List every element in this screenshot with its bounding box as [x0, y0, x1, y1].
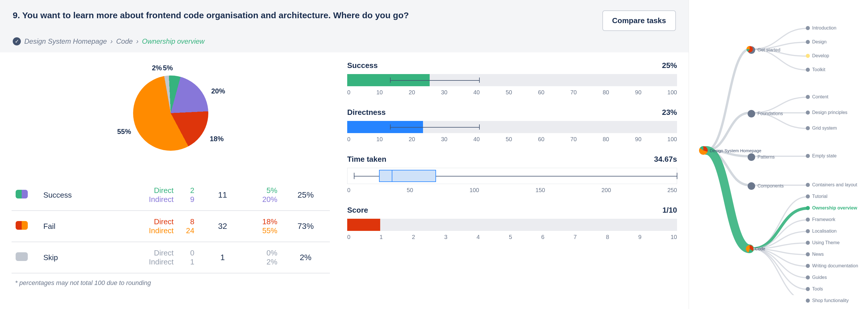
question-title: 9. You want to learn more about frontend…: [13, 10, 409, 20]
legend-swatch: [16, 190, 28, 198]
score-metric: Score1/10 012345678910: [347, 206, 677, 241]
node-label: Writing documentation: [812, 263, 858, 269]
node-label: News: [812, 252, 824, 257]
legend-swatch: [16, 252, 28, 261]
tree-node[interactable]: Patterns: [748, 153, 775, 161]
legend-label: Fail: [39, 211, 116, 242]
breadcrumb-item-active[interactable]: Ownership overview: [142, 37, 205, 45]
tree-root-pie-icon[interactable]: [699, 146, 708, 155]
tree-node[interactable]: Framework: [806, 217, 835, 222]
node-label: Empty state: [812, 153, 836, 159]
node-label: Tools: [812, 286, 823, 291]
node-label: Using Theme: [812, 240, 840, 245]
tree-node[interactable]: Design principles: [806, 110, 847, 115]
chevron-right-icon: ›: [136, 37, 138, 45]
node-dot-icon: [806, 26, 810, 30]
metric-title: Directness: [347, 108, 386, 117]
node-dot-icon: [806, 68, 810, 72]
node-dot-icon: [806, 111, 810, 115]
node-dot-icon: [806, 241, 810, 245]
node-label: Content: [812, 94, 828, 99]
node-label: Ownership overview: [812, 206, 857, 211]
tree-root-label: Design System Homepage: [710, 148, 761, 153]
node-dot-icon: [748, 153, 755, 161]
breadcrumb-item[interactable]: Code: [116, 37, 132, 45]
path-tree[interactable]: Design System HomepageGet startedIntrodu…: [692, 6, 865, 295]
pie-label: 55%: [117, 128, 131, 136]
tree-node[interactable]: Writing documentation: [806, 263, 858, 269]
tree-hub-pie-icon[interactable]: [746, 245, 753, 253]
node-dot-icon: [806, 218, 810, 222]
tree-node[interactable]: Develop: [806, 53, 829, 58]
metric-value: 23%: [662, 108, 677, 117]
legend-swatch: [16, 221, 28, 230]
breadcrumb: ✓ Design System Homepage › Code › Owners…: [13, 37, 676, 45]
tree-node[interactable]: Toolkit: [806, 67, 825, 72]
question-text: You want to learn more about frontend co…: [22, 10, 409, 20]
tree-node[interactable]: Shop functionality: [806, 298, 848, 303]
node-label: Guides: [812, 275, 827, 280]
legend-row: Skip Direct Indirect 0 1 1 0% 2% 2%: [11, 242, 330, 273]
node-dot-icon: [806, 40, 810, 44]
tree-node[interactable]: Using Theme: [806, 240, 840, 245]
pie-label: 20%: [211, 87, 225, 95]
breadcrumb-item[interactable]: Design System Homepage: [24, 37, 107, 45]
tree-node[interactable]: Ownership overview: [806, 206, 857, 211]
tree-node[interactable]: News: [806, 252, 824, 257]
node-label: Containers and layout: [812, 182, 857, 187]
legend-label: Skip: [39, 242, 116, 273]
node-label: Toolkit: [812, 67, 825, 72]
legend-row: Success Direct Indirect 2 9 11 5% 20% 25…: [11, 180, 330, 211]
tree-node[interactable]: Content: [806, 94, 828, 99]
node-dot-icon: [806, 206, 810, 210]
node-dot-icon: [806, 264, 810, 268]
node-label: Design principles: [812, 110, 847, 115]
task-header: 9. You want to learn more about frontend…: [0, 0, 689, 52]
metric-title: Time taken: [347, 155, 386, 164]
success-metric: Success25% 0102030405060708090100: [347, 61, 677, 96]
pie-label: 5%: [163, 64, 173, 72]
tree-node[interactable]: Tools: [806, 286, 823, 291]
tree-node[interactable]: Empty state: [806, 153, 836, 159]
tree-node[interactable]: Localisation: [806, 228, 837, 234]
metric-title: Score: [347, 206, 368, 215]
pie-label: 2%: [152, 64, 162, 72]
node-dot-icon: [806, 287, 810, 291]
node-label: Develop: [812, 53, 829, 58]
metric-value: 1/10: [662, 206, 677, 215]
node-label: Foundations: [757, 111, 783, 116]
node-dot-icon: [806, 183, 810, 187]
node-label: Get started: [757, 48, 780, 53]
tree-node[interactable]: Foundations: [748, 110, 783, 118]
compare-tasks-button[interactable]: Compare tasks: [602, 10, 676, 31]
node-label: Components: [757, 183, 784, 189]
node-dot-icon: [806, 54, 810, 58]
tree-hub-label: Code: [755, 246, 765, 251]
time-taken-metric: Time taken34.67s 050100150200250: [347, 155, 677, 193]
tree-node[interactable]: Tutorial: [806, 194, 828, 199]
check-circle-icon: ✓: [13, 37, 21, 45]
metric-value: 34.67s: [654, 155, 677, 164]
question-number: 9.: [13, 10, 20, 20]
node-dot-icon: [748, 182, 755, 190]
node-dot-icon: [748, 110, 755, 118]
tree-node[interactable]: Introduction: [806, 26, 836, 31]
pie-label: 18%: [210, 135, 224, 143]
node-label: Localisation: [812, 228, 837, 234]
node-label: Introduction: [812, 26, 836, 31]
tree-hub-pie-icon[interactable]: [746, 46, 753, 52]
chevron-right-icon: ›: [110, 37, 113, 45]
tree-node[interactable]: Components: [748, 182, 784, 190]
tree-node[interactable]: Design: [806, 39, 827, 44]
metric-value: 25%: [662, 61, 677, 70]
node-label: Patterns: [757, 154, 775, 160]
rounding-note: * percentages may not total 100 due to r…: [11, 273, 330, 292]
tree-node[interactable]: Containers and layout: [806, 182, 857, 187]
directness-metric: Directness23% 0102030405060708090100: [347, 108, 677, 143]
tree-node[interactable]: Grid system: [806, 126, 837, 131]
tree-node[interactable]: Guides: [806, 275, 827, 280]
node-dot-icon: [806, 154, 810, 158]
node-dot-icon: [806, 194, 810, 198]
outcome-pie-chart: 2% 5% 20% 18% 55%: [95, 61, 246, 171]
node-dot-icon: [806, 229, 810, 233]
